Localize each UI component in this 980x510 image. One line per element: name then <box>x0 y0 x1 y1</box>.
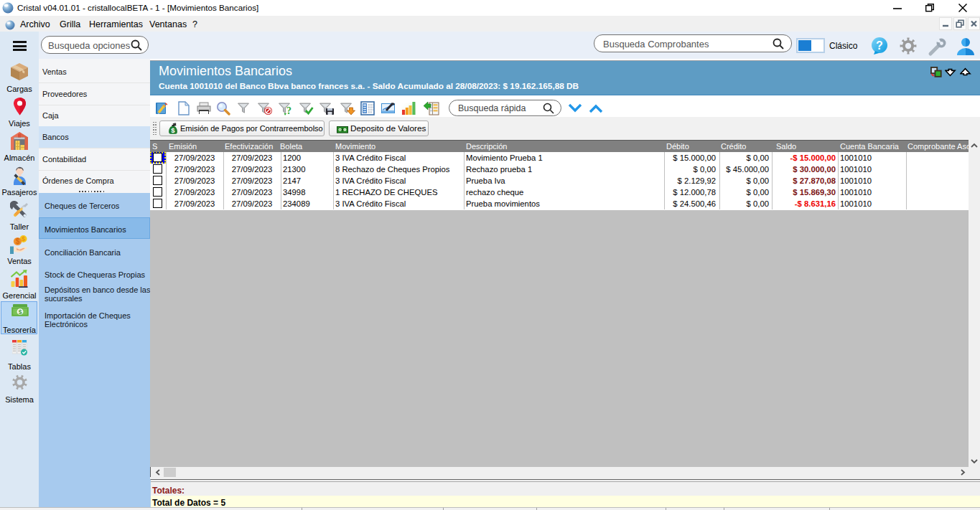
svg-text:$: $ <box>22 235 25 242</box>
svg-text:?: ? <box>876 39 883 52</box>
svg-text:$: $ <box>171 126 175 134</box>
svg-text:$: $ <box>19 308 22 316</box>
svg-text:?: ? <box>286 105 291 115</box>
svg-text:$: $ <box>16 237 20 245</box>
